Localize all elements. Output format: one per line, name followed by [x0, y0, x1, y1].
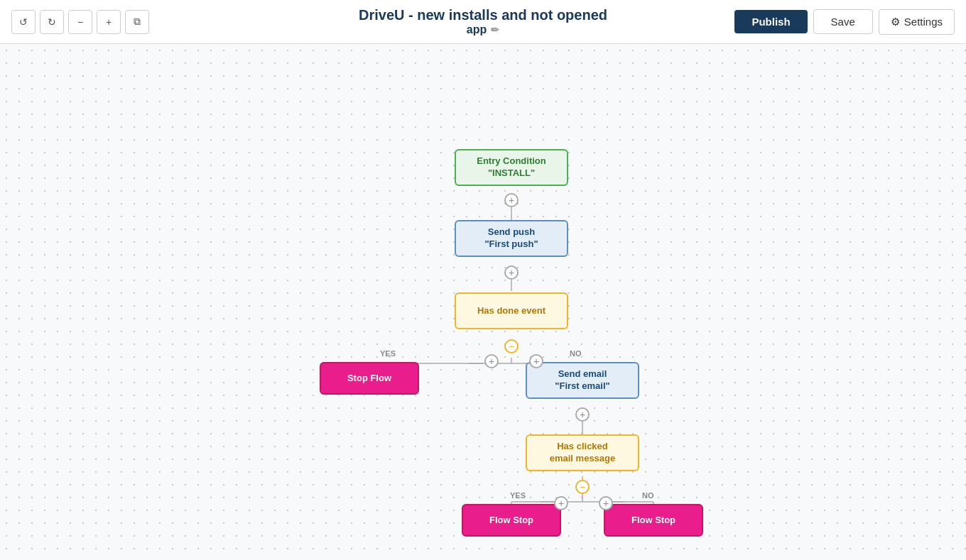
- email-line2: "First email": [555, 380, 609, 392]
- toolbar: ↺ ↻ − + ⧉: [11, 10, 149, 34]
- zoom-out-icon: −: [77, 16, 83, 28]
- branch-connector-2[interactable]: −: [575, 480, 590, 494]
- undo-icon: ↺: [19, 16, 28, 28]
- header-actions: Publish Save ⚙ Settings: [734, 9, 955, 35]
- add-connector-no-1[interactable]: +: [529, 354, 543, 368]
- stop-flow-yes-node[interactable]: Stop Flow: [320, 362, 419, 395]
- header: ↺ ↻ − + ⧉ DriveU - new installs and not …: [0, 0, 966, 44]
- flow-canvas[interactable]: Entry Condition "INSTALL" + Send push "F…: [0, 44, 966, 560]
- redo-icon: ↻: [48, 16, 56, 28]
- add-connector-2[interactable]: +: [504, 265, 519, 280]
- add-connector-1[interactable]: +: [504, 193, 519, 207]
- flow-stop-yes2-label: Flow Stop: [489, 515, 533, 527]
- email-line1: Send email: [555, 368, 609, 380]
- copy-button[interactable]: ⧉: [125, 10, 149, 34]
- has-clicked-email-node[interactable]: Has clicked email message: [526, 434, 639, 471]
- add-connector-3[interactable]: +: [575, 407, 590, 422]
- push-line2: "First push": [484, 238, 538, 251]
- page-title: DriveU - new installs and not opened app…: [359, 7, 607, 36]
- entry-line2: "INSTALL": [477, 168, 546, 180]
- event-line1: Has done event: [477, 305, 546, 317]
- settings-icon: ⚙: [891, 16, 900, 28]
- stop-yes-label: Stop Flow: [347, 373, 391, 385]
- send-email-node[interactable]: Send email "First email": [526, 362, 639, 399]
- add-connector-yes-2[interactable]: +: [554, 496, 568, 510]
- send-push-node[interactable]: Send push "First push": [455, 220, 568, 257]
- add-connector-yes-1[interactable]: +: [484, 354, 499, 368]
- click-line2: email message: [550, 453, 616, 465]
- no-label-1: NO: [570, 349, 582, 358]
- entry-line1: Entry Condition: [477, 155, 546, 168]
- save-button[interactable]: Save: [813, 9, 873, 34]
- publish-button[interactable]: Publish: [734, 10, 807, 33]
- flow-stop-no2-label: Flow Stop: [631, 515, 675, 527]
- undo-button[interactable]: ↺: [11, 10, 36, 34]
- zoom-in-icon: +: [106, 16, 112, 28]
- edit-title-icon[interactable]: ✏: [491, 24, 499, 35]
- click-line1: Has clicked: [550, 441, 616, 453]
- settings-button[interactable]: ⚙ Settings: [879, 9, 955, 35]
- yes-label-2: YES: [510, 491, 526, 500]
- add-connector-no-2[interactable]: +: [599, 496, 613, 510]
- flow-stop-no2-node[interactable]: Flow Stop: [604, 504, 703, 537]
- zoom-out-button[interactable]: −: [68, 10, 92, 34]
- flow-stop-yes2-node[interactable]: Flow Stop: [462, 504, 561, 537]
- title-line2: app: [467, 23, 487, 36]
- push-line1: Send push: [484, 226, 538, 238]
- redo-button[interactable]: ↻: [40, 10, 64, 34]
- entry-condition-node[interactable]: Entry Condition "INSTALL": [455, 149, 568, 186]
- yes-label-1: YES: [380, 349, 396, 358]
- title-line1: DriveU - new installs and not opened: [359, 7, 607, 23]
- branch-connector-1[interactable]: −: [504, 339, 519, 353]
- has-done-event-node[interactable]: Has done event: [455, 292, 568, 329]
- no-label-2: NO: [642, 491, 654, 500]
- copy-icon: ⧉: [134, 16, 141, 28]
- zoom-in-button[interactable]: +: [97, 10, 121, 34]
